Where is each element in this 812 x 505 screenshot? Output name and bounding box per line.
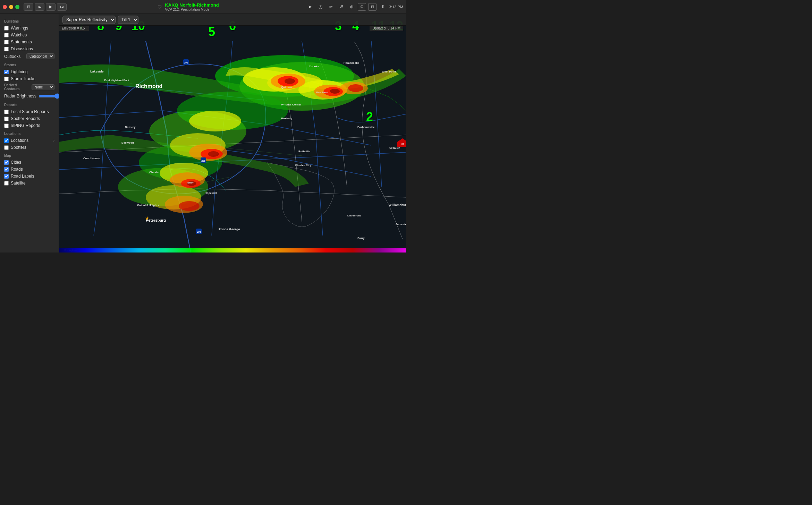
svg-text:New Kent: New Kent xyxy=(316,91,329,94)
clock-display: 3:13 PM xyxy=(389,5,403,9)
locations-checkbox[interactable] xyxy=(4,138,9,143)
share-icon[interactable]: ⬆ xyxy=(379,3,387,11)
playback-controls: ⊟ ⏮ ▶ ⏭ xyxy=(24,3,67,11)
svg-text:295: 295 xyxy=(197,231,201,233)
watches-checkbox[interactable] xyxy=(4,33,9,37)
local-storm-reports-item[interactable]: Local Storm Reports xyxy=(0,108,59,115)
road-labels-label: Road Labels xyxy=(11,174,34,179)
svg-text:Bellwood: Bellwood xyxy=(121,141,134,144)
close-button[interactable] xyxy=(3,5,7,9)
target-icon[interactable]: ◎ xyxy=(316,3,324,11)
svg-text:West Point: West Point xyxy=(382,70,396,73)
elevation-display: Elevation = 0.5° xyxy=(59,26,89,31)
lightning-item[interactable]: Lightning xyxy=(0,68,59,75)
product-select[interactable]: Super-Res Reflectivity xyxy=(62,16,116,24)
favorite-button[interactable]: ♡ xyxy=(158,4,162,10)
warnings-checkbox[interactable] xyxy=(4,26,9,31)
spotter-reports-checkbox[interactable] xyxy=(4,117,9,121)
svg-text:Surry: Surry xyxy=(357,237,365,240)
svg-text:Colonial Heights: Colonial Heights xyxy=(137,204,159,207)
mping-reports-item[interactable]: mPING Reports xyxy=(0,122,59,129)
svg-text:Lakeside: Lakeside xyxy=(90,70,104,73)
titlebar-right-controls: ➤ ◎ ✏ ↺ ⊕ ① ⊟ ⬆ 3:13 PM xyxy=(306,3,403,11)
radar-map-svg[interactable]: Richmond Lakeside East Highland Park Coh… xyxy=(59,14,406,252)
svg-text:Barhamsville: Barhamsville xyxy=(357,126,375,129)
svg-text:Charles City: Charles City xyxy=(295,164,311,167)
traffic-lights xyxy=(3,5,19,9)
color-scale-bar xyxy=(59,248,406,252)
storm-tracks-item[interactable]: Storm Tracks xyxy=(0,75,59,82)
map-area[interactable]: Super-Res Reflectivity Tilt 1 Elevation … xyxy=(59,14,406,252)
rewind-button[interactable]: ⏮ xyxy=(35,3,44,11)
mping-reports-label: mPING Reports xyxy=(11,123,40,128)
svg-text:Bensley: Bensley xyxy=(125,126,136,129)
derived-contours-row: Derived Contours None xyxy=(0,82,59,92)
reports-section-label: Reports xyxy=(0,100,59,108)
minimize-button[interactable] xyxy=(9,5,13,9)
svg-text:Quinton: Quinton xyxy=(281,86,292,89)
outlooks-label: Outlooks xyxy=(4,54,20,59)
loop-icon[interactable]: ↺ xyxy=(337,3,345,11)
lightning-checkbox[interactable] xyxy=(4,70,9,74)
radar-brightness-slider[interactable] xyxy=(39,93,59,99)
maximize-button[interactable] xyxy=(15,5,19,9)
svg-text:East Highland Park: East Highland Park xyxy=(104,79,129,82)
spotters-item[interactable]: Spotters xyxy=(0,144,59,151)
watches-item[interactable]: Watches xyxy=(0,32,59,38)
cities-item[interactable]: Cities xyxy=(0,159,59,166)
svg-text:Enon: Enon xyxy=(187,181,194,184)
svg-text:Chester: Chester xyxy=(149,171,160,174)
roads-checkbox[interactable] xyxy=(4,167,9,172)
satellite-item[interactable]: Satellite xyxy=(0,180,59,187)
svg-text:Jamestown: Jamestown xyxy=(396,223,406,226)
discussions-label: Discussions xyxy=(11,46,33,51)
svg-text:Cohoke: Cohoke xyxy=(309,65,319,68)
svg-point-23 xyxy=(348,84,363,92)
svg-text:Romancoke: Romancoke xyxy=(344,61,360,65)
sidebar: Bulletins Warnings Watches Statements Di… xyxy=(0,14,59,252)
road-labels-checkbox[interactable] xyxy=(4,174,9,179)
discussions-checkbox[interactable] xyxy=(4,47,9,51)
outlooks-row: Outlooks Categorical xyxy=(0,52,59,60)
local-storm-reports-checkbox[interactable] xyxy=(4,110,9,114)
globe-icon[interactable]: ⊕ xyxy=(347,3,356,11)
roads-item[interactable]: Roads xyxy=(0,166,59,173)
spotter-reports-item[interactable]: Spotter Reports xyxy=(0,115,59,122)
play-button[interactable]: ▶ xyxy=(46,3,56,11)
radar-brightness-label: Radar Brightness xyxy=(4,94,36,99)
main-content: Bulletins Warnings Watches Statements Di… xyxy=(0,14,406,252)
chevron-right-icon: › xyxy=(53,139,54,143)
satellite-checkbox[interactable] xyxy=(4,181,9,186)
spotter-reports-label: Spotter Reports xyxy=(11,116,40,121)
tilt-select[interactable]: Tilt 1 xyxy=(118,16,138,24)
derived-contours-select[interactable]: None xyxy=(32,84,54,90)
svg-text:Ruthville: Ruthville xyxy=(298,150,310,153)
svg-point-26 xyxy=(179,201,200,211)
spotters-checkbox[interactable] xyxy=(4,145,9,150)
derived-contours-label: Derived Contours xyxy=(4,83,32,91)
storm-tracks-checkbox[interactable] xyxy=(4,77,9,81)
warnings-item[interactable]: Warnings xyxy=(0,25,59,32)
discussions-item[interactable]: Discussions xyxy=(0,45,59,52)
outlooks-select[interactable]: Categorical xyxy=(26,53,54,59)
station-info: KAKQ Norfolk-Richmond VCP 212: Precipita… xyxy=(165,2,219,11)
compass-icon[interactable]: ➤ xyxy=(306,3,314,11)
locations-item[interactable]: Locations › xyxy=(0,137,59,144)
storm-tracks-label: Storm Tracks xyxy=(11,76,35,81)
statements-checkbox[interactable] xyxy=(4,40,9,44)
local-storm-reports-label: Local Storm Reports xyxy=(11,109,49,114)
pencil-icon[interactable]: ✏ xyxy=(327,3,335,11)
storms-section-label: Storms xyxy=(0,60,59,68)
fast-forward-button[interactable]: ⏭ xyxy=(57,3,67,11)
radar-brightness-row: Radar Brightness xyxy=(0,92,59,100)
locations-section-label: Locations xyxy=(0,129,59,137)
sidebar-toggle-button[interactable]: ⊟ xyxy=(24,3,33,11)
split-icon[interactable]: ⊟ xyxy=(368,3,377,11)
road-labels-item[interactable]: Road Labels xyxy=(0,173,59,180)
statements-label: Statements xyxy=(11,40,32,44)
spotters-label: Spotters xyxy=(11,145,26,150)
mping-reports-checkbox[interactable] xyxy=(4,123,9,128)
one-icon[interactable]: ① xyxy=(358,3,366,11)
statements-item[interactable]: Statements xyxy=(0,38,59,45)
cities-checkbox[interactable] xyxy=(4,160,9,165)
